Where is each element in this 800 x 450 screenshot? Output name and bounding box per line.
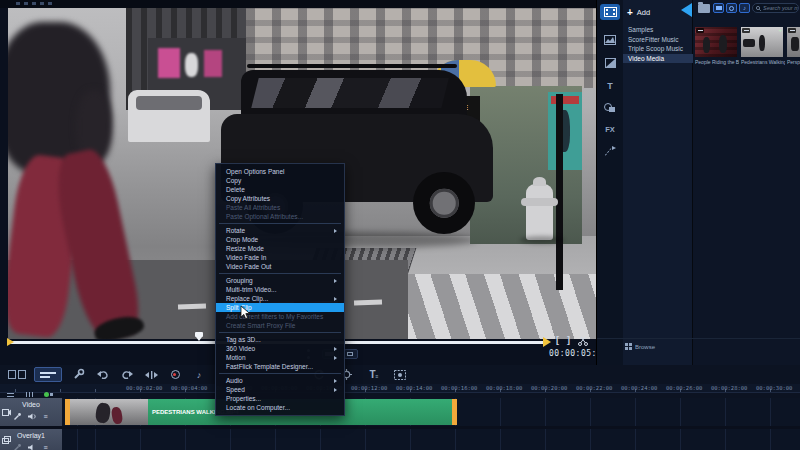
menu-item-label: Open Options Panel	[226, 168, 285, 175]
track-name: Video	[0, 401, 62, 408]
menu-item-motion[interactable]: Motion	[216, 353, 344, 362]
library-nav-strip: T FX	[597, 0, 623, 365]
speaker-icon[interactable]	[28, 413, 36, 420]
clip-mode-toggle[interactable]	[344, 349, 358, 359]
redo-icon[interactable]	[119, 368, 135, 381]
menu-separator	[216, 271, 344, 276]
track-options-icon[interactable]: ≡	[43, 413, 47, 420]
storyboard-view-button[interactable]	[6, 367, 30, 382]
menu-item-split-clip[interactable]: Split Clip	[216, 303, 344, 312]
ripple-editing-icon[interactable]	[44, 392, 53, 397]
overlay-track-content[interactable]	[62, 429, 800, 450]
menu-item-replace-clip[interactable]: Replace Clip...	[216, 294, 344, 303]
search-box[interactable]	[752, 3, 799, 13]
panel-divider	[597, 338, 800, 339]
scene-road-dash	[354, 300, 382, 306]
sidebar-item-triple-scoop-music[interactable]: Triple Scoop Music	[623, 44, 693, 54]
videos-filter-button[interactable]	[713, 3, 724, 13]
motion-path-icon[interactable]	[600, 143, 620, 159]
paintbrush-icon[interactable]	[14, 444, 21, 450]
ruler-timestamp: 00:00:26:00	[666, 385, 694, 391]
clip-right-trim-handle[interactable]	[452, 399, 457, 425]
menu-item-video-fade-out[interactable]: Video Fade Out	[216, 262, 344, 271]
menu-item-label: Copy Attributes	[226, 195, 270, 202]
menu-separator	[216, 330, 344, 335]
filter-fx-icon[interactable]: FX	[600, 121, 620, 137]
menu-item-paste-optional-attributes: Paste Optional Attributes...	[216, 212, 344, 221]
menu-item-locate-on-computer[interactable]: Locate on Computer...	[216, 403, 344, 412]
menu-item-delete[interactable]: Delete	[216, 185, 344, 194]
menu-item-copy-attributes[interactable]: Copy Attributes	[216, 194, 344, 203]
auto-music-icon[interactable]: ♪	[191, 368, 207, 381]
menu-item-label: Paste Optional Attributes...	[226, 213, 303, 220]
swap-tracks-icon[interactable]	[26, 392, 34, 397]
playhead-marker[interactable]	[195, 332, 203, 337]
clip-context-menu: Open Options PanelCopyDeleteCopy Attribu…	[215, 163, 345, 416]
menu-item-rotate[interactable]: Rotate	[216, 226, 344, 235]
menu-item-speed[interactable]: Speed	[216, 385, 344, 394]
menu-item-copy[interactable]: Copy	[216, 176, 344, 185]
track-name: Overlay1	[0, 432, 62, 439]
title-icon[interactable]: T	[600, 78, 620, 94]
media-icon[interactable]	[600, 4, 620, 20]
timeline-ruler[interactable]: 00:00:02:0000:00:04:0000:00:06:0000:00:0…	[0, 384, 800, 393]
overlay-track-header[interactable]: Overlay1 ≡	[0, 429, 62, 450]
menu-item-multi-trim-video[interactable]: Multi-trim Video...	[216, 285, 344, 294]
menu-item-video-fade-in[interactable]: Video Fade In	[216, 253, 344, 262]
search-input[interactable]	[763, 5, 799, 11]
tools-icon[interactable]	[70, 368, 86, 381]
menu-item-tag-as-3d[interactable]: Tag as 3D...	[216, 335, 344, 344]
menu-item-fastflick-template-designer[interactable]: FastFlick Template Designer...	[216, 362, 344, 371]
menu-item-audio[interactable]: Audio	[216, 376, 344, 385]
track-options-icon[interactable]: ≡	[43, 444, 47, 450]
trim-start-marker[interactable]	[7, 338, 14, 346]
paintbrush-icon[interactable]	[14, 413, 21, 420]
mask-creator-icon[interactable]	[392, 368, 408, 381]
ruler-timestamp: 00:00:04:00	[171, 385, 199, 391]
menu-item-grouping[interactable]: Grouping	[216, 276, 344, 285]
mark-out-icon[interactable]: ]	[567, 335, 570, 345]
undo-icon[interactable]	[95, 368, 111, 381]
video-track-content[interactable]: PEDESTRIANS WALKING.MP4	[62, 398, 800, 426]
photos-filter-button[interactable]	[726, 3, 737, 13]
graphic-icon[interactable]	[600, 100, 620, 116]
record-capture-icon[interactable]	[167, 368, 183, 381]
media-thumbnail[interactable]	[695, 27, 737, 57]
search-icon	[756, 6, 761, 11]
thumbnail-caption: Pedestrians Walking in...	[741, 59, 785, 65]
add-folder-button[interactable]: + Add	[627, 6, 650, 18]
menu-item-open-options-panel[interactable]: Open Options Panel	[216, 167, 344, 176]
mouse-cursor	[240, 305, 251, 320]
thumbnail-badge	[742, 28, 750, 33]
scene-crosswalk	[401, 274, 596, 339]
subtitle-editor-icon[interactable]: T≡	[366, 368, 382, 381]
menu-item-crop-mode[interactable]: Crop Mode	[216, 235, 344, 244]
instant-project-icon[interactable]	[600, 32, 620, 48]
menu-item-properties[interactable]: Properties...	[216, 394, 344, 403]
trim-end-marker[interactable]	[543, 337, 551, 347]
panel-collapse-icon[interactable]	[681, 3, 692, 17]
sidebar-item-samples[interactable]: Samples	[623, 25, 693, 35]
transition-icon[interactable]	[600, 55, 620, 71]
browse-button[interactable]: Browse	[625, 343, 655, 350]
scene-white-van	[128, 90, 210, 142]
menu-item-360-video[interactable]: 360 Video	[216, 344, 344, 353]
sidebar-item-scorefitter-music[interactable]: ScoreFitter Music	[623, 35, 693, 45]
plus-icon: +	[627, 7, 633, 18]
menu-item-label: Copy	[226, 177, 241, 184]
clip-thumbnail	[70, 399, 148, 425]
speaker-icon[interactable]	[28, 444, 36, 450]
track-manager-icon[interactable]	[7, 392, 14, 397]
mark-in-icon[interactable]: [	[556, 335, 559, 345]
sidebar-item-video-media[interactable]: Video Media	[623, 54, 693, 64]
media-thumbnail[interactable]	[787, 27, 800, 57]
ruler-timestamp: 00:00:24:00	[621, 385, 649, 391]
timeline-view-button[interactable]	[34, 367, 62, 382]
audio-filter-button[interactable]: ♪	[739, 3, 750, 13]
video-track-header[interactable]: Video ≡	[0, 398, 62, 426]
folder-icon[interactable]	[698, 4, 710, 13]
menu-item-resize-mode[interactable]: Resize Mode	[216, 244, 344, 253]
media-thumbnail[interactable]: +	[741, 27, 783, 57]
trim-icon[interactable]	[143, 368, 159, 381]
split-clip-icon[interactable]	[578, 337, 588, 348]
